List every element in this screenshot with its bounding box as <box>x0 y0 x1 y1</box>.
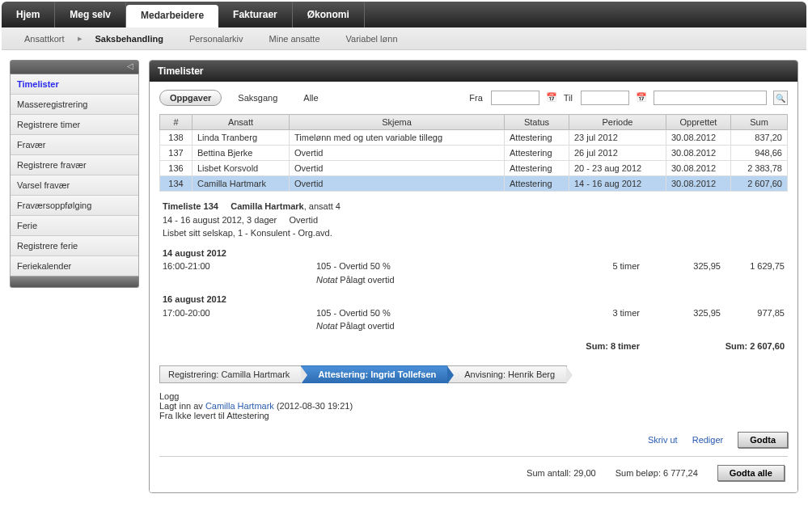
footer: Sum antall: 29,00 Sum beløp: 6 777,24 Go… <box>159 456 788 484</box>
content-title: Timelister <box>150 61 797 82</box>
accept-button[interactable]: Godta <box>738 432 788 448</box>
sidebar-item[interactable]: Fraværsoppfølging <box>11 196 138 216</box>
sub-nav: Ansattkort ▸ Saksbehandling Personalarki… <box>2 27 806 50</box>
sidebar-item[interactable]: Ferie <box>11 216 138 236</box>
day-hours: 5 timer <box>543 260 640 273</box>
tab-hjem[interactable]: Hjem <box>2 2 55 27</box>
subnav-saksbehandling[interactable]: Saksbehandling <box>82 34 176 44</box>
sidebar-item[interactable]: Varsel fravær <box>11 175 138 196</box>
sidebar: TimelisterMasseregistreringRegistrere ti… <box>10 60 139 493</box>
sum-belop: Sum beløp: 6 777,24 <box>616 468 698 478</box>
tab-meg-selv[interactable]: Meg selv <box>55 2 126 27</box>
tab-oppgaver[interactable]: Oppgaver <box>159 90 222 106</box>
timesheet-table: # Ansatt Skjema Status Periode Opprettet… <box>159 114 788 192</box>
workflow-step[interactable]: Anvisning: Henrik Berg <box>447 365 567 383</box>
tab-medarbeidere[interactable]: Medarbeidere <box>126 5 218 27</box>
log-line2: Fra Ikke levert til Attestering <box>159 411 788 420</box>
detail-scheme: Overtid <box>290 215 318 225</box>
tab-okonomi[interactable]: Økonomi <box>293 2 365 27</box>
detail-id: Timeliste 134 <box>163 201 218 211</box>
sidebar-item[interactable]: Masseregistrering <box>11 95 138 115</box>
log-user-link[interactable]: Camilla Hartmark <box>205 401 274 411</box>
day-amount: 977,85 <box>721 306 785 320</box>
table-row[interactable]: 138Linda TranbergTimelønn med og uten va… <box>160 130 788 146</box>
fra-label: Fra <box>469 93 483 103</box>
col-periode[interactable]: Periode <box>569 115 666 130</box>
detail-period: 14 - 16 august 2012, 3 dager <box>163 215 277 225</box>
col-opprettet[interactable]: Opprettet <box>666 115 731 130</box>
col-status[interactable]: Status <box>505 115 569 130</box>
day-rate: 325,95 <box>640 306 721 320</box>
detail-employee: Camilla Hartmark <box>231 201 304 211</box>
day-time: 17:00-20:00 <box>163 306 316 320</box>
sidebar-item[interactable]: Registrere ferie <box>11 236 138 256</box>
col-skjema[interactable]: Skjema <box>290 115 505 130</box>
table-row[interactable]: 136Lisbet KorsvoldOvertidAttestering20 -… <box>160 161 788 176</box>
accept-all-button[interactable]: Godta alle <box>717 465 785 481</box>
sidebar-item[interactable]: Fravær <box>11 135 138 155</box>
edit-link[interactable]: Rediger <box>692 435 724 445</box>
log-title: Logg <box>159 391 788 401</box>
day-hours: 3 timer <box>543 306 640 320</box>
til-input[interactable] <box>581 91 629 105</box>
subnav-variabel-lonn[interactable]: Variabel lønn <box>333 34 411 44</box>
calendar-icon[interactable]: 📅 <box>636 92 647 103</box>
sidebar-collapse-button[interactable] <box>10 60 139 74</box>
print-link[interactable]: Skriv ut <box>648 435 678 445</box>
fra-input[interactable] <box>491 91 539 105</box>
search-input[interactable] <box>654 91 767 105</box>
content-panel: Timelister Oppgaver Saksgang Alle Fra 📅 … <box>149 60 798 493</box>
detail-org: Lisbet sitt selskap, 1 - Konsulent - Org… <box>163 226 785 240</box>
day-date: 14 august 2012 <box>163 247 785 260</box>
toolbar: Oppgaver Saksgang Alle Fra 📅 Til 📅 🔍 <box>159 90 788 106</box>
col-ansatt[interactable]: Ansatt <box>192 115 290 130</box>
workflow-step[interactable]: Registrering: Camilla Hartmark <box>159 365 302 383</box>
calendar-icon[interactable]: 📅 <box>546 92 557 103</box>
day-rate: 325,95 <box>640 260 721 273</box>
sum-amount: Sum: 2 607,60 <box>721 340 785 353</box>
note-label: Notat <box>316 321 337 331</box>
table-row[interactable]: 134Camilla HartmarkOvertidAttestering14 … <box>160 176 788 192</box>
sidebar-item[interactable]: Registrere timer <box>11 115 138 135</box>
log-section: Logg Lagt inn av Camilla Hartmark (2012-… <box>159 391 788 420</box>
sidebar-footer <box>10 277 139 288</box>
note-text: Pålagt overtid <box>340 275 394 285</box>
subnav-mine-ansatte[interactable]: Mine ansatte <box>256 34 333 44</box>
tab-fakturaer[interactable]: Fakturaer <box>218 2 293 27</box>
sum-hours: Sum: 8 timer <box>543 340 640 353</box>
day-code: 105 - Overtid 50 % <box>316 260 543 273</box>
til-label: Til <box>564 93 573 103</box>
detail-actions: Skriv ut Rediger Godta <box>159 432 788 448</box>
tab-saksgang[interactable]: Saksgang <box>228 91 287 105</box>
workflow: Registrering: Camilla HartmarkAttesterin… <box>159 365 788 383</box>
table-row[interactable]: 137Bettina BjerkeOvertidAttestering26 ju… <box>160 146 788 161</box>
day-code: 105 - Overtid 50 % <box>316 306 543 320</box>
subnav-ansattkort[interactable]: Ansattkort <box>11 34 78 44</box>
sum-antall: Sum antall: 29,00 <box>527 468 596 478</box>
detail-employee-suffix: , ansatt 4 <box>304 201 341 211</box>
subnav-personalarkiv[interactable]: Personalarkiv <box>176 34 256 44</box>
top-nav: Hjem Meg selv Medarbeidere Fakturaer Øko… <box>2 2 806 27</box>
col-num[interactable]: # <box>160 115 192 130</box>
tab-alle[interactable]: Alle <box>294 91 328 105</box>
timesheet-detail: Timeliste 134 Camilla Hartmark, ansatt 4… <box>159 192 788 357</box>
day-date: 16 august 2012 <box>163 293 785 306</box>
workflow-step[interactable]: Attestering: Ingrid Tollefsen <box>301 365 448 383</box>
sidebar-item[interactable]: Timelister <box>11 74 138 95</box>
note-text: Pålagt overtid <box>340 321 394 331</box>
sidebar-item[interactable]: Registrere fravær <box>11 155 138 175</box>
day-amount: 1 629,75 <box>721 260 785 273</box>
note-label: Notat <box>316 275 337 285</box>
col-sum[interactable]: Sum <box>731 115 788 130</box>
day-time: 16:00-21:00 <box>163 260 316 273</box>
search-button[interactable]: 🔍 <box>773 91 788 105</box>
sidebar-item[interactable]: Feriekalender <box>11 256 138 276</box>
